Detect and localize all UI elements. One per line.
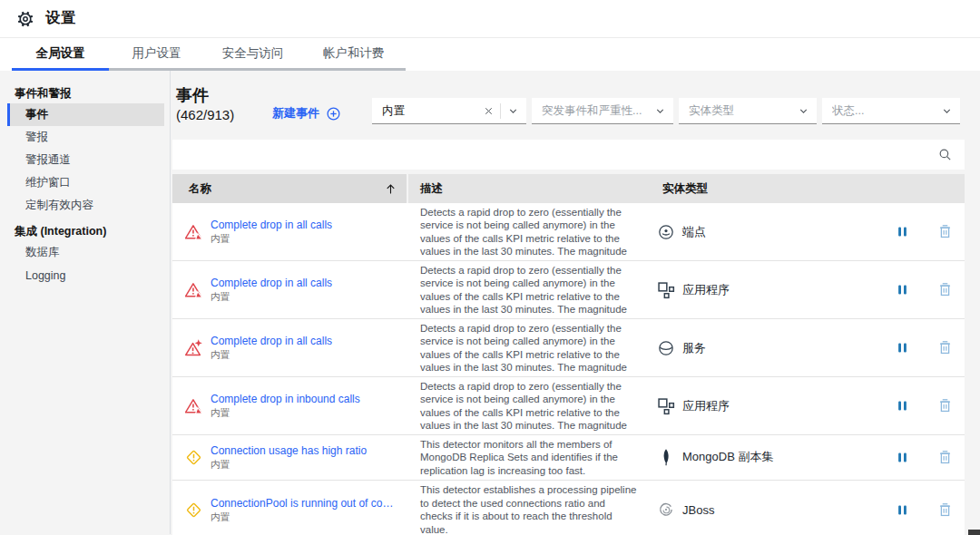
- event-count: (462/913): [176, 105, 272, 125]
- search-icon[interactable]: [937, 147, 953, 162]
- plus-circle-icon: [326, 106, 341, 122]
- entity-label: JBoss: [682, 503, 714, 517]
- search-bar[interactable]: [172, 140, 965, 170]
- divider: [500, 103, 501, 119]
- entity-label: MongoDB 副本集: [682, 449, 773, 465]
- chevron-down-icon[interactable]: [654, 105, 666, 117]
- entity-cell: 服务: [648, 339, 896, 357]
- column-header-entity[interactable]: 实体类型: [650, 181, 708, 197]
- trash-icon[interactable]: [936, 281, 954, 298]
- pause-icon[interactable]: [896, 283, 909, 297]
- event-name-link[interactable]: Complete drop in all calls: [211, 277, 332, 290]
- scrollbar-corner: [968, 530, 980, 535]
- description-cell: Detects a rapid drop to zero (essentiall…: [407, 377, 648, 434]
- application-icon: [657, 397, 675, 415]
- entity-label: 应用程序: [682, 398, 730, 414]
- table-row: Connection usage has high ratio 内置 This …: [172, 435, 965, 481]
- tab-1[interactable]: 全局设置: [12, 38, 109, 71]
- entity-label: 服务: [682, 340, 706, 356]
- filter-dropdown-3[interactable]: 实体类型: [679, 98, 817, 124]
- trash-icon[interactable]: [936, 223, 954, 240]
- description-cell: Detects a rapid drop to zero (essentiall…: [407, 203, 648, 260]
- sidebar-item[interactable]: 定制有效内容: [7, 194, 164, 217]
- sidebar-item[interactable]: 数据库: [7, 241, 164, 264]
- filter-dropdown-4[interactable]: 状态...: [822, 98, 960, 124]
- new-event-button[interactable]: 新建事件: [272, 105, 341, 122]
- table-row: Complete drop in all calls 内置 Detects a …: [172, 319, 965, 377]
- event-name-link[interactable]: Complete drop in all calls: [211, 335, 332, 348]
- name-cell: Complete drop in inbound calls 内置: [172, 393, 407, 419]
- pause-icon[interactable]: [896, 341, 909, 355]
- name-cell: Complete drop in all calls 内置: [172, 277, 407, 303]
- tab-2[interactable]: 用户设置: [109, 38, 204, 71]
- pause-icon[interactable]: [896, 399, 909, 413]
- sidebar-item[interactable]: 警报通道: [7, 149, 164, 171]
- description-cell: This detector monitors all the members o…: [407, 435, 648, 480]
- service-icon: [657, 339, 675, 357]
- description-cell: Detects a rapid drop to zero (essentiall…: [407, 319, 648, 376]
- column-header-desc[interactable]: 描述: [408, 181, 650, 197]
- trash-icon[interactable]: [936, 449, 954, 466]
- actions-cell: [896, 449, 965, 466]
- clear-filter-icon[interactable]: [483, 105, 495, 117]
- event-name-link[interactable]: Complete drop in all calls: [211, 219, 332, 232]
- critical-triangle-icon: [185, 223, 202, 240]
- entity-cell: MongoDB 副本集: [648, 448, 896, 466]
- column-header-name[interactable]: 名称: [172, 174, 407, 203]
- jboss-icon: [657, 501, 675, 519]
- entity-cell: 应用程序: [648, 397, 896, 415]
- filter-dropdown-1[interactable]: 内置: [372, 98, 526, 124]
- warning-diamond-icon: [185, 449, 202, 466]
- actions-cell: [896, 397, 965, 414]
- warning-diamond-icon: [185, 501, 202, 519]
- entity-cell: 端点: [648, 223, 896, 241]
- sidebar-item[interactable]: 警报: [7, 126, 164, 149]
- chevron-down-icon[interactable]: [941, 105, 953, 117]
- main-content: 事件 (462/913) 新建事件 内置突发事件和严重性...实体类型状态...…: [171, 71, 980, 534]
- actions-cell: [896, 281, 965, 298]
- name-cell: Complete drop in all calls 内置: [172, 335, 407, 361]
- pause-icon[interactable]: [896, 451, 909, 464]
- event-name-link[interactable]: Complete drop in inbound calls: [211, 393, 360, 406]
- event-name-link[interactable]: Connection usage has high ratio: [211, 444, 367, 458]
- table-header: 名称 描述 实体类型: [172, 174, 965, 203]
- builtin-label: 内置: [211, 407, 360, 419]
- trash-icon[interactable]: [936, 501, 954, 519]
- trash-icon[interactable]: [936, 339, 954, 356]
- chevron-down-icon[interactable]: [507, 105, 519, 117]
- tab-3[interactable]: 安全与访问: [204, 38, 301, 71]
- filter-dropdown-2[interactable]: 突发事件和严重性...: [532, 98, 673, 124]
- name-cell: Complete drop in all calls 内置: [172, 219, 407, 245]
- sort-arrow-up-icon[interactable]: [384, 182, 397, 196]
- builtin-label: 内置: [211, 233, 332, 245]
- filter-label: 实体类型: [689, 103, 798, 119]
- gear-icon[interactable]: [15, 9, 35, 29]
- section-title: 事件: [176, 85, 272, 105]
- description-cell: This detector establishes a processing p…: [407, 482, 648, 535]
- pause-icon[interactable]: [896, 503, 909, 517]
- critical-triangle-icon: [185, 281, 202, 298]
- application-icon: [657, 281, 675, 299]
- sidebar: 事件和警报事件警报警报通道维护窗口定制有效内容集成 (Integration)数…: [0, 71, 171, 534]
- tab-4[interactable]: 帐户和计费: [301, 38, 406, 71]
- entity-label: 应用程序: [682, 282, 730, 298]
- event-name-link[interactable]: ConnectionPool is running out of connect…: [211, 497, 399, 511]
- sidebar-item[interactable]: 维护窗口: [7, 171, 164, 194]
- entity-label: 端点: [682, 224, 706, 240]
- mongodb-icon: [657, 448, 675, 466]
- sidebar-section-title: 集成 (Integration): [0, 220, 170, 241]
- builtin-label: 内置: [211, 291, 332, 303]
- filter-label: 内置: [382, 103, 483, 119]
- name-cell: ConnectionPool is running out of connect…: [172, 497, 407, 523]
- sidebar-item[interactable]: Logging: [7, 264, 164, 287]
- actions-cell: [896, 339, 965, 356]
- sidebar-item[interactable]: 事件: [7, 103, 164, 126]
- pause-icon[interactable]: [896, 225, 909, 238]
- entity-cell: JBoss: [648, 501, 896, 519]
- filter-label: 突发事件和严重性...: [542, 103, 654, 119]
- trash-icon[interactable]: [936, 397, 954, 414]
- critical-triangle-icon: [185, 397, 202, 414]
- endpoint-icon: [657, 223, 675, 241]
- builtin-label: 内置: [211, 459, 367, 471]
- chevron-down-icon[interactable]: [798, 105, 809, 117]
